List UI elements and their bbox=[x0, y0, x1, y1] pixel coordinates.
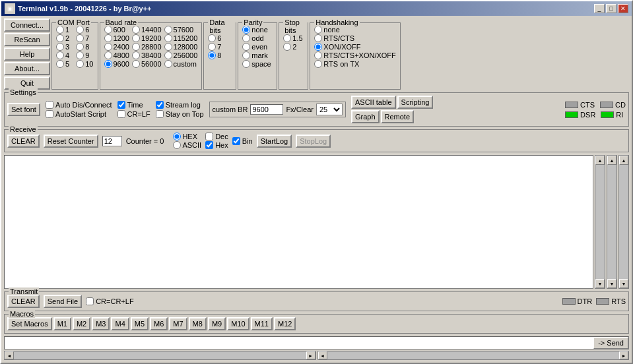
send-button[interactable]: -> Send bbox=[593, 337, 628, 349]
baud-19200-radio[interactable] bbox=[132, 34, 140, 42]
stop-log-button[interactable]: StopLog bbox=[296, 135, 331, 148]
com8-radio[interactable] bbox=[76, 43, 84, 51]
stopbits-2-radio[interactable] bbox=[283, 43, 291, 51]
com9-radio[interactable] bbox=[76, 51, 84, 59]
baud-2400-radio[interactable] bbox=[104, 43, 112, 51]
sb2-track[interactable] bbox=[607, 165, 616, 279]
dec-checkbox[interactable] bbox=[205, 133, 213, 140]
hs-xonxoff-radio[interactable] bbox=[314, 43, 322, 51]
cr-crlf-checkbox[interactable] bbox=[86, 297, 94, 305]
hs-rtsontx-radio[interactable] bbox=[314, 60, 322, 68]
parity-odd-radio[interactable] bbox=[242, 34, 250, 42]
hs-none-radio[interactable] bbox=[314, 26, 322, 34]
com3-radio[interactable] bbox=[56, 43, 64, 51]
databits-6-radio[interactable] bbox=[208, 34, 216, 42]
m10-button[interactable]: M10 bbox=[227, 317, 249, 330]
databits-7-radio[interactable] bbox=[208, 43, 216, 51]
m4-button[interactable]: M4 bbox=[111, 317, 129, 330]
ascii-radio[interactable] bbox=[173, 141, 181, 149]
m7-button[interactable]: M7 bbox=[169, 317, 187, 330]
baud-4800-radio[interactable] bbox=[104, 51, 112, 59]
baud-256000-radio[interactable] bbox=[164, 51, 172, 59]
custom-br-input[interactable] bbox=[250, 104, 283, 115]
parity-even-radio[interactable] bbox=[242, 43, 250, 51]
com10-radio[interactable] bbox=[76, 60, 84, 68]
m1-button[interactable]: M1 bbox=[53, 317, 71, 330]
hex-check[interactable] bbox=[205, 141, 213, 149]
m2-button[interactable]: M2 bbox=[73, 317, 90, 330]
set-font-button[interactable]: Set font bbox=[7, 103, 40, 116]
bottom-scroll-right[interactable]: ◄ ► bbox=[317, 351, 630, 360]
hsr-left[interactable]: ◄ bbox=[318, 351, 327, 359]
stay-on-top-checkbox[interactable] bbox=[156, 110, 164, 118]
baud-600-radio[interactable] bbox=[104, 26, 112, 34]
m5-button[interactable]: M5 bbox=[131, 317, 149, 330]
com1-radio[interactable] bbox=[56, 26, 64, 34]
baud-38400-radio[interactable] bbox=[132, 51, 140, 59]
m12-button[interactable]: M12 bbox=[274, 317, 296, 330]
com7-radio[interactable] bbox=[76, 34, 84, 42]
hex-radio[interactable] bbox=[173, 133, 181, 140]
reset-counter-button[interactable]: Reset Counter bbox=[44, 135, 98, 148]
stream-log-checkbox[interactable] bbox=[156, 101, 164, 109]
quit-button[interactable]: Quit bbox=[4, 76, 50, 90]
bin-checkbox[interactable] bbox=[232, 137, 240, 145]
help-button[interactable]: Help bbox=[4, 47, 50, 61]
hsr-right[interactable]: ► bbox=[619, 351, 628, 359]
ascii-table-button[interactable]: ASCII table bbox=[351, 96, 396, 109]
receive-text-area[interactable] bbox=[4, 155, 593, 289]
m6-button[interactable]: M6 bbox=[150, 317, 168, 330]
baud-28800-radio[interactable] bbox=[132, 43, 140, 51]
com6-radio[interactable] bbox=[76, 26, 84, 34]
baud-custom-radio[interactable] bbox=[164, 60, 172, 68]
stopbits-1.5-radio[interactable] bbox=[283, 34, 291, 42]
m3-button[interactable]: M3 bbox=[92, 317, 110, 330]
hsr-track[interactable] bbox=[327, 351, 620, 359]
counter-input[interactable] bbox=[102, 136, 122, 146]
sb1-up[interactable]: ▲ bbox=[595, 156, 605, 165]
parity-space-radio[interactable] bbox=[242, 60, 250, 68]
baud-9600-radio[interactable] bbox=[104, 60, 112, 68]
minimize-button[interactable]: _ bbox=[594, 4, 605, 13]
about-button[interactable]: About... bbox=[4, 62, 50, 75]
sb2-down[interactable]: ▼ bbox=[607, 279, 616, 288]
autostart-script-checkbox[interactable] bbox=[46, 110, 53, 118]
rescan-button[interactable]: ReScan bbox=[4, 33, 50, 46]
sb3-down[interactable]: ▼ bbox=[619, 279, 628, 288]
fx-clear-select[interactable]: 25 bbox=[316, 104, 343, 115]
com5-radio[interactable] bbox=[56, 60, 64, 68]
parity-none-radio[interactable] bbox=[242, 26, 250, 34]
sb2-up[interactable]: ▲ bbox=[607, 156, 616, 165]
baud-115200-radio[interactable] bbox=[164, 34, 172, 42]
m11-button[interactable]: M11 bbox=[251, 317, 273, 330]
sb3-up[interactable]: ▲ bbox=[619, 156, 628, 165]
close-button[interactable]: ✕ bbox=[618, 4, 628, 13]
baud-128000-radio[interactable] bbox=[164, 43, 172, 51]
com2-radio[interactable] bbox=[56, 34, 64, 42]
parity-mark-radio[interactable] bbox=[242, 51, 250, 59]
hs-rtscts-xonxoff-radio[interactable] bbox=[314, 51, 322, 59]
m8-button[interactable]: M8 bbox=[189, 317, 207, 330]
hsl-left[interactable]: ◄ bbox=[5, 351, 14, 359]
baud-57600-radio[interactable] bbox=[164, 26, 172, 34]
bottom-scroll-left[interactable]: ◄ ► bbox=[4, 351, 316, 360]
send-file-button[interactable]: Send File bbox=[44, 295, 82, 308]
time-checkbox[interactable] bbox=[117, 101, 125, 109]
sb1-track[interactable] bbox=[595, 165, 605, 279]
databits-8-radio[interactable] bbox=[208, 51, 216, 59]
transmit-clear-button[interactable]: CLEAR bbox=[7, 295, 40, 308]
m9-button[interactable]: M9 bbox=[208, 317, 226, 330]
hs-rtscts-radio[interactable] bbox=[314, 34, 322, 42]
receive-scrollbar-3[interactable]: ▲ ▼ bbox=[618, 155, 629, 289]
receive-scrollbar-1[interactable]: ▲ ▼ bbox=[595, 155, 605, 289]
sb3-track[interactable] bbox=[619, 165, 628, 279]
hsl-right[interactable]: ► bbox=[306, 351, 316, 359]
set-macros-button[interactable]: Set Macros bbox=[7, 317, 52, 330]
scripting-button[interactable]: Scripting bbox=[397, 96, 434, 109]
receive-clear-button[interactable]: CLEAR bbox=[7, 135, 40, 148]
connect-button[interactable]: Connect... bbox=[4, 18, 50, 32]
baud-56000-radio[interactable] bbox=[132, 60, 140, 68]
com4-radio[interactable] bbox=[56, 51, 64, 59]
receive-scrollbar-2[interactable]: ▲ ▼ bbox=[607, 155, 617, 289]
hsl-track[interactable] bbox=[14, 351, 306, 359]
